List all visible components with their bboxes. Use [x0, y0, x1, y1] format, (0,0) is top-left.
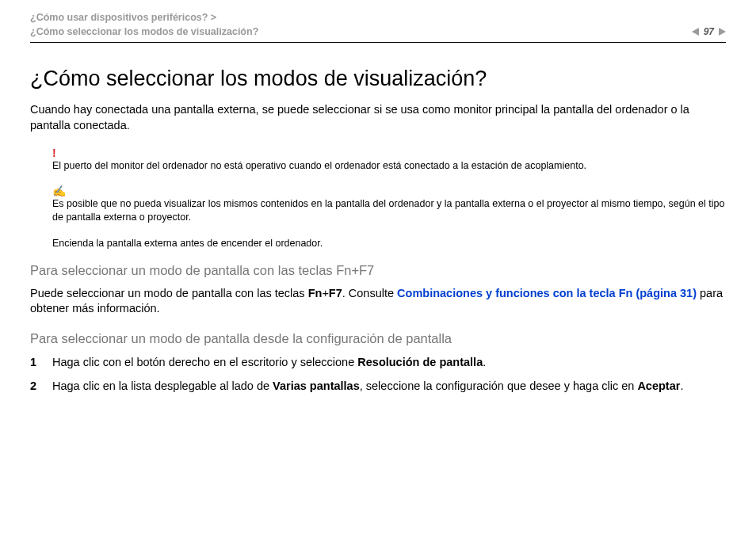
step-1: Haga clic con el botón derecho en el esc…: [30, 354, 726, 370]
breadcrumb: ¿Cómo usar dispositivos periféricos? > ¿…: [30, 11, 258, 39]
subheading-fnf7: Para seleccionar un modo de pantalla con…: [30, 263, 726, 278]
step-2: Haga clic en la lista desplegable al lad…: [30, 378, 726, 394]
info-text-1: Es posible que no pueda visualizar los m…: [52, 197, 726, 224]
subheading-display-settings: Para seleccionar un modo de pantalla des…: [30, 331, 726, 346]
next-page-arrow-icon[interactable]: [719, 28, 726, 36]
steps-list: Haga clic con el botón derecho en el esc…: [30, 354, 726, 395]
info-note: ✍ Es posible que no pueda visualizar los…: [52, 185, 726, 224]
fnf7-paragraph: Puede seleccionar un modo de pantalla co…: [30, 286, 726, 317]
pencil-icon: ✍: [52, 185, 726, 196]
breadcrumb-line1: ¿Cómo usar dispositivos periféricos? >: [30, 11, 258, 25]
info-text-2: Encienda la pantalla externa antes de en…: [52, 237, 726, 250]
info-note-2: Encienda la pantalla externa antes de en…: [52, 237, 726, 250]
page-number: 97: [704, 26, 714, 37]
page-title: ¿Cómo seleccionar los modos de visualiza…: [30, 67, 726, 91]
link-fn-combinations[interactable]: Combinaciones y funciones con la tecla F…: [397, 287, 697, 299]
warning-note: ! El puerto del monitor del ordenador no…: [52, 147, 726, 173]
warning-text: El puerto del monitor del ordenador no e…: [52, 159, 726, 173]
intro-text: Cuando hay conectada una pantalla extern…: [30, 102, 726, 133]
warning-icon: !: [52, 147, 726, 158]
prev-page-arrow-icon[interactable]: [692, 28, 699, 36]
breadcrumb-line2: ¿Cómo seleccionar los modos de visualiza…: [30, 25, 258, 40]
pager: 97: [692, 26, 726, 39]
